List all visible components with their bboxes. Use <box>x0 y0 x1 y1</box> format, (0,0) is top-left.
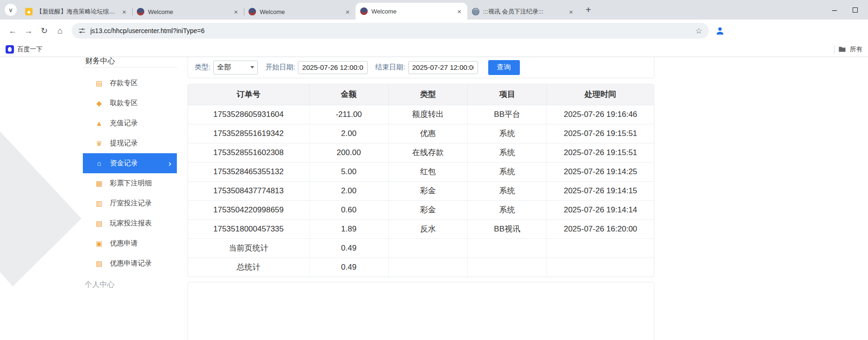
tab-close-icon[interactable]: × <box>567 7 575 16</box>
back-button[interactable]: ← <box>5 23 20 39</box>
query-button[interactable]: 查询 <box>488 60 520 75</box>
browser-tab[interactable]: :::视讯 会员下注纪录:::× <box>467 4 579 20</box>
lottery-bet-details-icon: ▦ <box>95 179 103 188</box>
table-cell: 0.60 <box>309 200 388 219</box>
end-date-input[interactable] <box>408 61 478 74</box>
forward-button[interactable]: → <box>20 23 36 39</box>
forum-favicon-icon <box>25 8 33 15</box>
browser-tab[interactable]: Welcome× <box>244 4 356 20</box>
table-cell: 优惠 <box>388 124 467 143</box>
sidebar-item-withdraw-zone[interactable]: ◆取款专区 <box>83 93 177 113</box>
table-cell: BB平台 <box>468 105 547 124</box>
sidebar-item-withdrawal-records[interactable]: ♛提现记录 <box>83 133 177 153</box>
reload-button[interactable]: ↻ <box>36 23 52 39</box>
table-header-cell: 金额 <box>309 84 388 105</box>
url-text[interactable]: js13.cc/hhcp/usercenter.html?iniType=6 <box>90 27 692 34</box>
type-label: 类型: <box>195 63 210 72</box>
decor-triangle <box>0 131 81 299</box>
folder-icon <box>838 46 846 53</box>
type-select-value: 全部 <box>217 63 231 72</box>
sidebar-section-finance-label: 财务中心 <box>84 57 116 68</box>
table-cell: -211.00 <box>309 105 388 124</box>
select-caret-icon <box>250 66 254 68</box>
table-row: 17535042209986590.60彩金系统2025-07-26 19:14… <box>188 200 654 219</box>
minimize-button[interactable]: – <box>832 6 837 14</box>
sidebar-item-label: 优惠申请 <box>110 239 138 248</box>
table-row: 当前页统计0.49 <box>188 238 654 258</box>
promo-apply-records-icon: ▨ <box>95 259 103 268</box>
plus-icon: + <box>585 5 591 15</box>
bookmark-star-icon[interactable]: ☆ <box>695 26 702 36</box>
table-cell: 额度转出 <box>388 105 467 124</box>
sidebar-item-hall-bet-records[interactable]: ▥厅室投注记录 <box>83 193 177 213</box>
table-cell: 系统 <box>468 124 547 143</box>
sidebar-item-lottery-bet-details[interactable]: ▦彩票下注明细 <box>83 173 177 193</box>
bookmark-baidu[interactable]: 百度一下 <box>6 45 42 54</box>
tab-close-icon[interactable]: × <box>120 7 128 16</box>
start-date-input[interactable] <box>298 61 368 74</box>
tab-search-button[interactable]: ∨ <box>5 4 17 16</box>
sidebar-item-recharge-records[interactable]: ▲充值记录 <box>83 113 177 133</box>
table-body: 1753528605931604-211.00额度转出BB平台2025-07-2… <box>188 105 654 277</box>
promo-apply-icon: ▣ <box>95 239 103 248</box>
sidebar-item-promo-apply-records[interactable]: ▨优惠申请记录 <box>83 253 177 273</box>
browser-tab[interactable]: Welcome× <box>356 3 467 20</box>
table-header-cell: 项目 <box>468 84 547 105</box>
sidebar-item-label: 充值记录 <box>110 119 138 128</box>
sidebar-item-label: 取款专区 <box>110 99 138 108</box>
table-cell: 2025-07-26 19:16:46 <box>547 105 654 124</box>
profile-icon <box>715 26 725 36</box>
funds-records-icon: ⌂ <box>95 159 103 167</box>
browser-toolbar: ← → ↻ ⌂ js13.cc/hhcp/usercenter.html?ini… <box>0 20 868 42</box>
sidebar-item-label: 提现记录 <box>110 139 138 148</box>
sidebar-item-label: 资金记录 <box>110 159 138 168</box>
table-cell: 1753518000457335 <box>188 219 309 238</box>
type-select[interactable]: 全部 <box>213 61 258 75</box>
sidebar-item-label: 玩家投注报表 <box>110 219 152 228</box>
sidebar: 财务中心 ▤存款专区◆取款专区▲充值记录♛提现记录⌂资金记录›▦彩票下注明细▥厅… <box>83 57 177 290</box>
table-cell: BB视讯 <box>468 219 547 238</box>
chevron-down-icon: ∨ <box>8 7 13 14</box>
sidebar-item-funds-records[interactable]: ⌂资金记录› <box>83 153 177 173</box>
tab-strip: 【新提醒】海燕策略论坛综合交×Welcome×Welcome×Welcome×:… <box>20 0 579 20</box>
browser-tab[interactable]: Welcome× <box>132 4 244 20</box>
end-date-label: 结束日期: <box>375 63 405 72</box>
table-cell <box>468 238 547 258</box>
profile-button[interactable] <box>713 23 727 38</box>
recharge-records-icon: ▲ <box>95 119 103 127</box>
home-button[interactable]: ⌂ <box>52 23 68 39</box>
table-cell: 2025-07-26 19:14:25 <box>547 162 654 181</box>
new-tab-button[interactable]: + <box>582 3 595 16</box>
sidebar-item-promo-apply[interactable]: ▣优惠申请 <box>83 233 177 253</box>
records-table: 订单号金额类型项目处理时间 1753528605931604-211.00额度转… <box>188 84 654 277</box>
table-cell: 2025-07-26 19:15:51 <box>547 143 654 162</box>
globe-favicon-icon <box>360 7 368 15</box>
hall-bet-records-icon: ▥ <box>95 199 103 208</box>
table-header-cell: 订单号 <box>188 84 309 105</box>
tab-close-icon[interactable]: × <box>455 7 464 15</box>
bookmarks-divider <box>834 45 834 54</box>
sidebar-item-deposit-zone[interactable]: ▤存款专区 <box>83 73 177 93</box>
all-bookmarks[interactable]: 所有 <box>834 45 862 54</box>
sidebar-item-label: 优惠申请记录 <box>110 259 152 268</box>
tab-title: Welcome <box>148 8 229 15</box>
browser-tab[interactable]: 【新提醒】海燕策略论坛综合交× <box>20 4 132 20</box>
bookmarks-bar: 百度一下 所有 <box>0 42 868 57</box>
tab-close-icon[interactable]: × <box>232 7 240 16</box>
table-cell: 200.00 <box>309 143 388 162</box>
tab-close-icon[interactable]: × <box>343 7 352 16</box>
tab-bar: ∨ 【新提醒】海燕策略论坛综合交×Welcome×Welcome×Welcome… <box>0 0 868 20</box>
table-cell: 在线存款 <box>388 143 467 162</box>
table-cell <box>388 258 467 277</box>
address-bar[interactable]: js13.cc/hhcp/usercenter.html?iniType=6 ☆ <box>72 23 709 39</box>
table-cell: 2025-07-26 16:20:00 <box>547 219 654 238</box>
main-panel: 类型: 全部 开始日期: 结束日期: 查询 订单号金额类型项目处理时间 1753 <box>188 57 654 340</box>
maximize-button[interactable] <box>853 7 858 13</box>
table-header-cell: 处理时间 <box>547 84 654 105</box>
table-cell: 总统计 <box>188 258 309 277</box>
table-cell: 2025-07-26 19:14:15 <box>547 181 654 200</box>
all-bookmarks-label: 所有 <box>850 45 862 54</box>
sidebar-item-player-bet-report[interactable]: ▧玩家投注报表 <box>83 213 177 233</box>
sidebar-item-label: 彩票下注明细 <box>110 179 152 188</box>
start-date-label: 开始日期: <box>265 63 295 72</box>
